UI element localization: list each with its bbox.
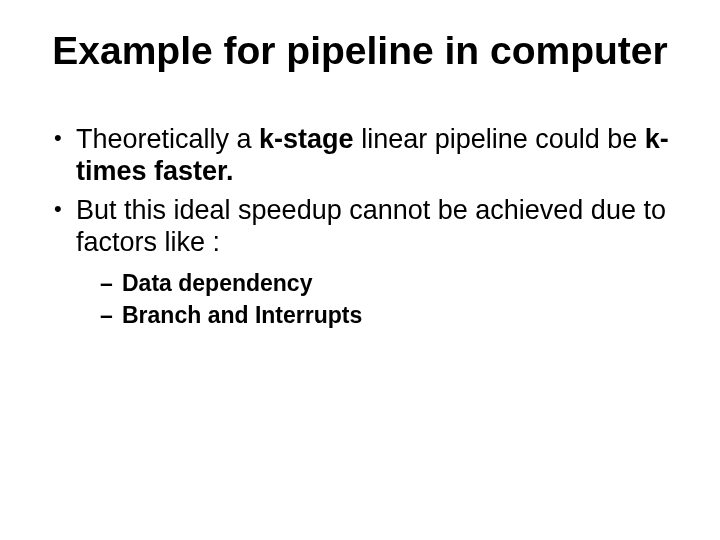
bullet-list: Theoretically a k-stage linear pipeline … (50, 123, 680, 331)
sub-bullet-list: Data dependency Branch and Interrupts (100, 268, 680, 330)
bullet-1-text-a: Theoretically a (76, 124, 259, 154)
bullet-1-text-b: linear pipeline could be (354, 124, 645, 154)
slide: Example for pipeline in computer Theoret… (0, 0, 720, 540)
bullet-item-1: Theoretically a k-stage linear pipeline … (50, 123, 680, 188)
bullet-item-2: But this ideal speedup cannot be achieve… (50, 194, 680, 331)
bullet-1-bold-a: k-stage (259, 124, 354, 154)
bullet-2-text: But this ideal speedup cannot be achieve… (76, 195, 666, 257)
sub-bullet-2: Branch and Interrupts (100, 300, 680, 331)
slide-title: Example for pipeline in computer (40, 30, 680, 73)
sub-bullet-1: Data dependency (100, 268, 680, 299)
